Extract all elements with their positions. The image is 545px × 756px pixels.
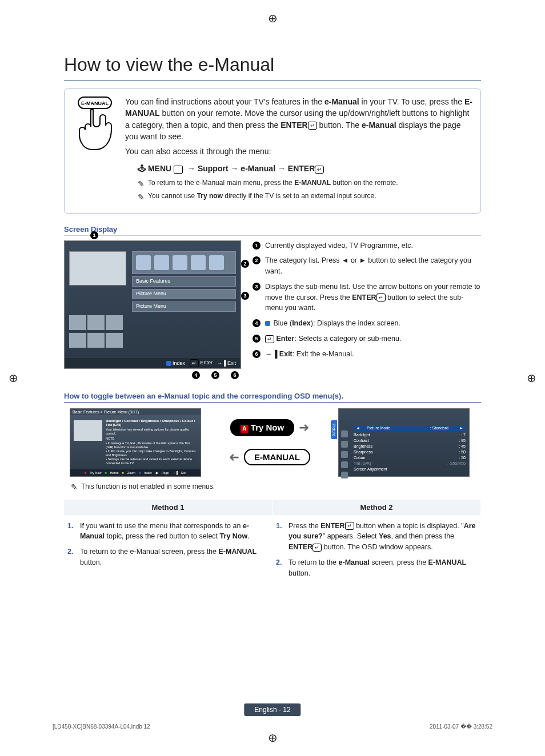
tv-strip-basic: Basic Features xyxy=(132,276,236,287)
e-manual-hand-icon: E-MANUAL xyxy=(73,96,118,205)
footer-exit: Exit xyxy=(227,360,236,366)
exit-icon-legend: →▐ xyxy=(265,350,277,358)
red-a-icon: A xyxy=(241,425,249,433)
doc-footer-right: 2011-03-07 �� 3:28:52 xyxy=(430,723,492,730)
enter-icon-m2b: ↵ xyxy=(312,544,322,552)
menu-path: 🕹 MENU → Support → e-Manual → ENTER↵ xyxy=(138,163,472,174)
doc-footer-left: [LD450-XC]BN68-03394A-L04.indb 12 xyxy=(53,723,150,730)
osd-row: Backlight: 7 xyxy=(354,432,466,438)
blue-d-icon xyxy=(166,361,171,366)
intro-p1a: You can find instructions about your TV'… xyxy=(125,97,324,106)
page-title: How to view the e-Manual xyxy=(64,54,492,75)
tv-footer: Index ↵ Enter →▐ Exit xyxy=(65,358,241,368)
category-icon xyxy=(209,255,224,270)
callout-1: 1 xyxy=(90,231,98,239)
tv-strip-picture1: Picture Menu xyxy=(132,289,236,299)
intro-note1: To return to the e-Manual main menu, pre… xyxy=(138,178,472,188)
method-body: If you want to use the menu that corresp… xyxy=(64,515,481,588)
title-rule xyxy=(64,80,481,81)
blue-d-icon-legend xyxy=(265,321,270,326)
category-icon xyxy=(173,255,187,270)
e-manual-button: E-MANUAL xyxy=(244,449,310,465)
exit-icon: →▐ xyxy=(217,360,226,366)
osd-menu-mock: Picture ◄ Picture Mode : Standard ► Back… xyxy=(338,408,470,477)
page-content: How to view the e-Manual E-MANUAL You ca… xyxy=(53,23,492,733)
e-manual-topic-mock: Basic Features > Picture Menu (3/17) Bac… xyxy=(70,408,201,477)
tv-strip-picture2: Picture Menu xyxy=(132,301,236,312)
intro-note2: You cannot use Try now directly if the T… xyxy=(138,191,472,201)
osd-row-dim: Tint (G/R): G50/R50 xyxy=(354,461,466,467)
legend: 1Currently displayed video, TV Programme… xyxy=(253,240,481,364)
picture-side-icons xyxy=(341,431,348,478)
legend-item-6: 6→▐ Exit: Exit the e-Manual. xyxy=(253,349,481,360)
intro-p1-bold1: e-Manual xyxy=(324,97,359,106)
legend-item-1: 1Currently displayed video, TV Programme… xyxy=(253,240,481,251)
tl-video xyxy=(74,420,102,441)
tv-category-row xyxy=(132,251,236,274)
method1-body: If you want to use the menu that corresp… xyxy=(64,515,272,588)
try-now-button: ATry Now xyxy=(230,419,294,436)
callout-3: 3 xyxy=(241,292,249,300)
osd-row: Screen Adjustment xyxy=(354,467,466,472)
method-head: Method 1 Method 2 xyxy=(64,500,481,515)
picture-mode-row: ◄ Picture Mode : Standard ► xyxy=(354,425,466,431)
method2-head: Method 2 xyxy=(272,500,481,515)
osd-row: Colour: 50 xyxy=(354,455,466,461)
method2-step1: Press the ENTER↵ button when a topic is … xyxy=(288,521,476,553)
tl-head: Basic Features > Picture Menu (3/17) xyxy=(70,409,201,415)
callout-5: 5 xyxy=(211,371,219,379)
footer-enter: Enter xyxy=(201,360,213,365)
enter-icon-footer: ↵ xyxy=(190,359,199,367)
picture-tab: Picture xyxy=(331,420,337,440)
callout-4: 4 xyxy=(192,371,200,379)
tl-footer: ■Try Now ■Home ■Zoom ■Index ◆Page →▐Exit xyxy=(70,469,201,476)
osd-row: Brightness: 45 xyxy=(354,444,466,449)
tv-mockup: 1 Basic Features Picture Menu Picture Me… xyxy=(64,240,241,369)
method1-step1: If you want to use the menu that corresp… xyxy=(80,521,268,542)
legend-item-2: 2The category list. Press ◄ or ► button … xyxy=(253,255,481,277)
method2-body: Press the ENTER↵ button when a topic is … xyxy=(272,515,481,588)
picture-list: ◄ Picture Mode : Standard ► Backlight: 7… xyxy=(354,425,466,472)
tv-frame: Basic Features Picture Menu Picture Menu… xyxy=(64,240,241,369)
screen-display-row: 1 Basic Features Picture Menu Picture Me… xyxy=(64,240,481,369)
registration-mark-right: ⊕ xyxy=(527,371,536,385)
method1-head: Method 1 xyxy=(64,500,272,515)
enter-icon-m2: ↵ xyxy=(345,522,354,530)
menu-icon xyxy=(174,166,183,174)
legend-item-3: 3Displays the sub-menu list. Use the arr… xyxy=(253,282,481,313)
intro-box: E-MANUAL You can find instructions about… xyxy=(64,89,481,214)
tl-text: Backlight / Contrast / Brightness / Shar… xyxy=(106,419,197,466)
e-manual-badge-text: E-MANUAL xyxy=(81,100,109,106)
method1-step2: To return to the e-Manual screen, press … xyxy=(80,546,268,568)
category-icon xyxy=(191,255,206,270)
intro-p2: You can also access it through the menu: xyxy=(125,146,472,157)
arrow-left-icon: ➜ xyxy=(229,450,239,465)
tv-thumbnails xyxy=(69,315,126,349)
osd-row: Sharpness: 50 xyxy=(354,449,466,455)
legend-item-5: 5↵ Enter: Selects a category or sub-menu… xyxy=(253,333,481,344)
callout-6: 6 xyxy=(231,371,239,379)
enter-icon-path: ↵ xyxy=(315,166,324,174)
intro-text: You can find instructions about your TV'… xyxy=(125,96,472,205)
toggle-note: This function is not enabled in some men… xyxy=(71,482,481,490)
category-icon xyxy=(136,255,151,270)
toggle-mid: ATry Now ➜ ➜ E-MANUAL xyxy=(218,416,321,469)
footer-index: Index xyxy=(173,360,185,366)
callout-2: 2 xyxy=(241,260,249,268)
osd-row: Contrast: 95 xyxy=(354,438,466,444)
toggle-row: Basic Features > Picture Menu (3/17) Bac… xyxy=(70,408,475,477)
registration-mark-left: ⊕ xyxy=(9,371,18,385)
tv-video-thumb xyxy=(69,251,126,285)
method2-step2: To return to the e-Manual screen, press … xyxy=(288,557,476,579)
enter-icon-legend2: ↵ xyxy=(265,335,274,343)
legend-item-4: 4 Blue (Index): Displays the index scree… xyxy=(253,318,481,329)
toggle-header: How to toggle between an e-Manual topic … xyxy=(64,392,481,403)
screen-display-header: Screen Display xyxy=(64,225,481,236)
category-icon xyxy=(154,255,169,270)
enter-icon-legend: ↵ xyxy=(376,293,386,301)
enter-icon: ↵ xyxy=(308,122,317,130)
thumb xyxy=(69,315,86,330)
page-number-pill: English - 12 xyxy=(244,703,300,716)
remote-icon: 🕹 xyxy=(138,164,146,173)
arrow-right-icon: ➜ xyxy=(299,420,309,435)
